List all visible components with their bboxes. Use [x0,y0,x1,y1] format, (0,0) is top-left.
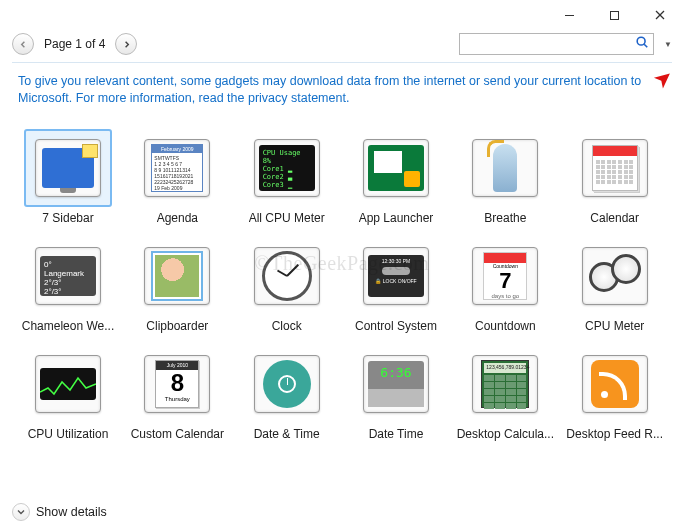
sidebar-icon [35,139,101,197]
gadget-label: Calendar [590,211,639,225]
gadget-label: Date & Time [254,427,320,441]
gadget-icon-wrap: 12:30:30 PM🔒 LOCK ON/OFF [352,237,440,315]
cpuutil-icon [35,355,101,413]
gadget-label: Clock [272,319,302,333]
prev-page-button[interactable] [12,33,34,55]
gadget-item[interactable]: CPU Usage 8%Core1 ▂Core2 ▃Core3 ▁All CPU… [237,129,337,225]
gadget-icon-wrap [461,129,549,207]
gadget-label: Clipboarder [146,319,208,333]
gadget-label: Date Time [369,427,424,441]
search-box[interactable] [459,33,654,55]
gadget-item[interactable]: Clock [237,237,337,333]
toolbar: Page 1 of 4 ▼ [0,30,684,58]
privacy-link[interactable]: privacy statement [248,91,346,105]
gadget-icon-wrap: 0° Langemark2°/3°2°/3° [24,237,112,315]
gadget-item[interactable]: Desktop Feed R... [565,345,665,441]
gadget-label: CPU Utilization [28,427,109,441]
clock-icon [254,247,320,305]
datetime2-icon: 6:36 [363,355,429,413]
gadget-label: Chameleon We... [22,319,115,333]
chevron-down-icon [12,503,30,521]
gadget-label: App Launcher [359,211,434,225]
next-page-button[interactable] [115,33,137,55]
weather-icon: 0° Langemark2°/3°2°/3° [35,247,101,305]
minimize-button[interactable] [547,1,592,29]
gadget-label: Breathe [484,211,526,225]
gadget-item[interactable]: 12:30:30 PM🔒 LOCK ON/OFFControl System [346,237,446,333]
calc-icon: 123,456,789.01234 [472,355,538,413]
control-icon: 12:30:30 PM🔒 LOCK ON/OFF [363,247,429,305]
gadget-icon-wrap [243,237,331,315]
search-icon[interactable] [635,35,649,53]
titlebar [0,0,684,30]
gadget-label: Countdown [475,319,536,333]
gadget-icon-wrap: CPU Usage 8%Core1 ▂Core2 ▃Core3 ▁ [243,129,331,207]
gadget-item[interactable]: App Launcher [346,129,446,225]
countdown-icon: Countdown7days to go [472,247,538,305]
gadget-grid: 7 SidebarFebruary 2009SMTWTFS1 2 3 4 5 6… [0,111,684,441]
svg-rect-1 [611,11,619,19]
gadget-icon-wrap [243,345,331,423]
gadget-icon-wrap: 123,456,789.01234 [461,345,549,423]
maximize-button[interactable] [592,1,637,29]
svg-line-5 [644,44,647,47]
calendar-icon [582,139,648,197]
gadget-label: All CPU Meter [249,211,325,225]
gadget-icon-wrap [24,129,112,207]
gadget-item[interactable]: Clipboarder [127,237,227,333]
gadget-item[interactable]: 6:36Date Time [346,345,446,441]
svg-point-4 [637,37,645,45]
allcpu-icon: CPU Usage 8%Core1 ▂Core2 ▃Core3 ▁ [254,139,320,197]
gadget-item[interactable]: Countdown7days to goCountdown [455,237,555,333]
gadget-label: CPU Meter [585,319,644,333]
breathe-icon [472,139,538,197]
gadget-item[interactable]: CPU Meter [565,237,665,333]
privacy-notice: To give you relevant content, some gadge… [0,63,684,111]
gadget-icon-wrap [571,129,659,207]
gadget-icon-wrap: February 2009SMTWTFS1 2 3 4 5 6 78 9 101… [133,129,221,207]
gadget-icon-wrap: 6:36 [352,345,440,423]
show-details-toggle[interactable]: Show details [12,503,107,521]
gadget-item[interactable]: Date & Time [237,345,337,441]
gadget-item[interactable]: February 2009SMTWTFS1 2 3 4 5 6 78 9 101… [127,129,227,225]
gadget-icon-wrap [24,345,112,423]
gadget-icon-wrap: July 20108Thursday [133,345,221,423]
gadget-label: Desktop Calcula... [457,427,554,441]
gadget-label: Custom Calendar [131,427,224,441]
gadget-icon-wrap [571,345,659,423]
gadget-item[interactable]: July 20108ThursdayCustom Calendar [127,345,227,441]
gadget-item[interactable]: 123,456,789.01234Desktop Calcula... [455,345,555,441]
search-input[interactable] [464,36,635,52]
rss-icon [582,355,648,413]
applaunch-icon [363,139,429,197]
gadget-icon-wrap [133,237,221,315]
show-details-label: Show details [36,505,107,519]
gadget-item[interactable]: 0° Langemark2°/3°2°/3°Chameleon We... [18,237,118,333]
gadget-item[interactable]: Calendar [565,129,665,225]
gadget-item[interactable]: CPU Utilization [18,345,118,441]
gadget-label: Agenda [157,211,198,225]
gadget-label: 7 Sidebar [42,211,93,225]
page-indicator: Page 1 of 4 [44,37,105,51]
datetime-icon [254,355,320,413]
gadget-label: Control System [355,319,437,333]
gadget-icon-wrap [571,237,659,315]
cpumeter-icon [582,247,648,305]
gadget-icon-wrap: Countdown7days to go [461,237,549,315]
customcal-icon: July 20108Thursday [144,355,210,413]
gadget-item[interactable]: Breathe [455,129,555,225]
search-dropdown-icon[interactable]: ▼ [664,40,672,49]
gadget-icon-wrap [352,129,440,207]
agenda-icon: February 2009SMTWTFS1 2 3 4 5 6 78 9 101… [144,139,210,197]
clipboard-icon [144,247,210,305]
close-button[interactable] [637,1,682,29]
gadget-item[interactable]: 7 Sidebar [18,129,118,225]
gadget-label: Desktop Feed R... [566,427,663,441]
